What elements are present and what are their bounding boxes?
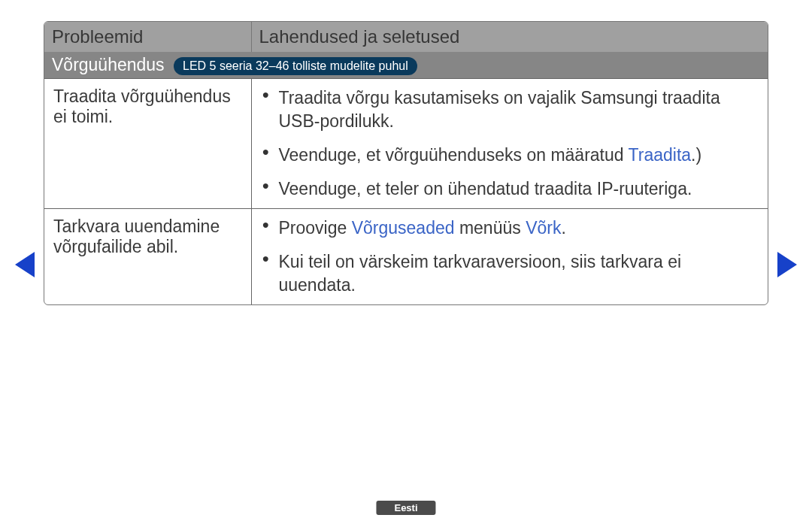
highlight-text: Võrguseaded (352, 218, 455, 238)
troubleshooting-table: Probleemid Lahendused ja seletused Võrgu… (44, 21, 768, 305)
triangle-left-icon (15, 252, 35, 277)
section-row: Võrguühendus LED 5 seeria 32–46 tolliste… (44, 52, 768, 79)
text: . (561, 218, 565, 238)
solution-list: Proovige Võrguseaded menüüs Võrk. Kui te… (258, 217, 759, 297)
section-pill: LED 5 seeria 32–46 tolliste mudelite puh… (174, 57, 417, 75)
table-row: Tarkvara uuendamine võrgufailide abil. P… (44, 209, 768, 305)
next-page-arrow[interactable] (777, 252, 797, 277)
table-row: Traadita võrguühendus ei toimi. Traadita… (44, 79, 768, 209)
list-item: Veenduge, et võrguühenduseks on määratud… (258, 144, 759, 167)
text: Kui teil on värskeim tarkvaraversioon, s… (279, 252, 682, 295)
text: Veenduge, et teler on ühendatud traadita… (279, 179, 692, 198)
header-problems: Probleemid (44, 22, 251, 52)
list-item: Kui teil on värskeim tarkvaraversioon, s… (258, 250, 759, 297)
problem-cell: Tarkvara uuendamine võrgufailide abil. (44, 209, 251, 305)
svg-marker-1 (777, 252, 797, 277)
solution-cell: Proovige Võrguseaded menüüs Võrk. Kui te… (251, 209, 768, 305)
list-item: Veenduge, et teler on ühendatud traadita… (258, 177, 759, 201)
text: Proovige (279, 218, 352, 238)
text: Traadita võrgu kasutamiseks on vajalik S… (279, 88, 720, 131)
text: Veenduge, et võrguühenduseks on määratud (279, 145, 629, 165)
text: menüüs (455, 218, 526, 238)
list-item: Proovige Võrguseaded menüüs Võrk. (258, 217, 759, 240)
svg-marker-0 (15, 252, 35, 277)
header-solutions: Lahendused ja seletused (251, 22, 768, 52)
manual-page: Probleemid Lahendused ja seletused Võrgu… (0, 0, 812, 530)
highlight-text: Võrk (526, 218, 561, 238)
solution-cell: Traadita võrgu kasutamiseks on vajalik S… (251, 79, 768, 209)
highlight-text: Traadita (629, 145, 692, 165)
problem-cell: Traadita võrguühendus ei toimi. (44, 79, 251, 209)
table: Probleemid Lahendused ja seletused Võrgu… (44, 22, 768, 304)
section-title: Võrguühendus (52, 55, 165, 74)
list-item: Traadita võrgu kasutamiseks on vajalik S… (258, 86, 759, 133)
triangle-right-icon (777, 252, 797, 277)
solution-list: Traadita võrgu kasutamiseks on vajalik S… (258, 86, 759, 201)
text: .) (691, 145, 701, 165)
language-badge: Eesti (376, 501, 435, 515)
prev-page-arrow[interactable] (15, 252, 35, 277)
